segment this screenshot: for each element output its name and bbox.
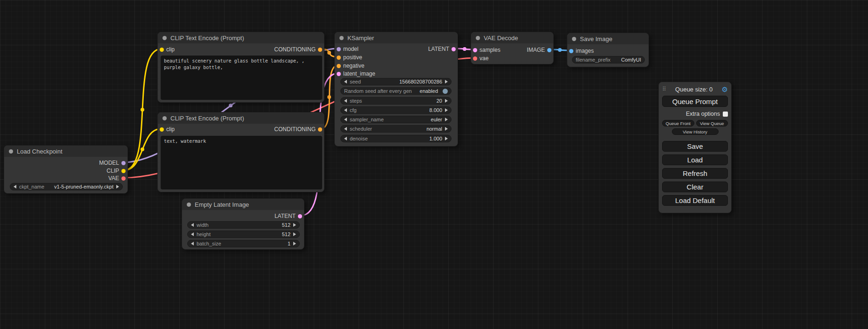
image-port-dot[interactable] <box>547 48 551 52</box>
widget-random-seed[interactable]: Random seed after every gen enabled <box>340 87 452 95</box>
latent-port-dot[interactable] <box>473 48 477 52</box>
collapse-dot-icon[interactable] <box>162 36 167 40</box>
increment-arrow-icon[interactable] <box>293 242 296 245</box>
widget-cfg[interactable]: cfg 8.000 <box>340 106 452 114</box>
widget-denoise[interactable]: denoise 1.000 <box>340 135 452 142</box>
conditioning-port-dot[interactable] <box>337 64 341 68</box>
node-titlebar[interactable]: VAE Decode <box>471 32 553 43</box>
output-slot-vae[interactable]: VAE <box>108 175 126 182</box>
vae-port-dot[interactable] <box>473 56 477 61</box>
model-port-dot[interactable] <box>121 161 126 165</box>
node-graph-canvas[interactable]: Load Checkpoint MODEL CLIP VAE ckpt_name… <box>0 0 868 329</box>
conditioning-port-dot[interactable] <box>318 127 322 132</box>
input-slot-clip[interactable]: clip <box>160 126 175 133</box>
clip-port-dot[interactable] <box>160 48 164 52</box>
node-save-image[interactable]: Save Image images filename_prefix ComfyU… <box>567 33 649 67</box>
collapse-dot-icon[interactable] <box>187 203 191 207</box>
increment-arrow-icon[interactable] <box>445 137 448 140</box>
widget-filename-prefix[interactable]: filename_prefix ComfyUI <box>572 56 645 63</box>
node-titlebar[interactable]: KSampler <box>335 32 458 43</box>
node-titlebar[interactable]: CLIP Text Encode (Prompt) <box>158 112 324 124</box>
increment-arrow-icon[interactable] <box>445 108 448 112</box>
input-slot-latent-image[interactable]: latent_image <box>337 70 375 77</box>
node-ksampler[interactable]: KSampler model positive negative latent_… <box>334 32 458 147</box>
view-queue-button[interactable]: View Queue <box>696 120 728 126</box>
output-slot-model[interactable]: MODEL <box>99 160 126 166</box>
latent-port-dot[interactable] <box>298 214 302 218</box>
collapse-dot-icon[interactable] <box>476 36 480 40</box>
queue-front-button[interactable]: Queue Front <box>662 120 694 126</box>
decrement-arrow-icon[interactable] <box>344 80 347 84</box>
widget-width[interactable]: width 512 <box>187 221 300 229</box>
widget-seed[interactable]: seed 156680208700286 <box>340 78 452 85</box>
image-port-dot[interactable] <box>569 49 573 53</box>
input-slot-positive[interactable]: positive <box>337 54 362 61</box>
widget-sampler-name[interactable]: sampler_name euler <box>340 116 452 123</box>
increment-arrow-icon[interactable] <box>293 232 296 236</box>
output-slot-conditioning[interactable]: CONDITIONING <box>274 126 322 133</box>
drag-handle-icon[interactable]: ⠿ <box>662 86 666 92</box>
toggle-knob[interactable] <box>443 89 448 94</box>
load-default-button[interactable]: Load Default <box>662 195 728 206</box>
input-slot-model[interactable]: model <box>337 46 359 52</box>
clear-button[interactable]: Clear <box>662 182 728 192</box>
negative-prompt-textarea[interactable]: text, watermark <box>161 136 322 189</box>
input-slot-vae[interactable]: vae <box>473 55 488 62</box>
node-titlebar[interactable]: CLIP Text Encode (Prompt) <box>158 32 324 43</box>
collapse-dot-icon[interactable] <box>9 149 13 154</box>
load-button[interactable]: Load <box>662 154 728 165</box>
node-titlebar[interactable]: Save Image <box>567 33 649 44</box>
clip-port-dot[interactable] <box>160 127 164 132</box>
decrement-arrow-icon[interactable] <box>344 108 347 112</box>
node-clip-text-encode-negative[interactable]: CLIP Text Encode (Prompt) clip CONDITION… <box>157 112 325 192</box>
refresh-button[interactable]: Refresh <box>662 168 728 179</box>
decrement-arrow-icon[interactable] <box>191 232 194 236</box>
increment-arrow-icon[interactable] <box>445 80 448 84</box>
decrement-arrow-icon[interactable] <box>344 127 347 131</box>
output-slot-latent[interactable]: LATENT <box>275 213 302 219</box>
input-slot-samples[interactable]: samples <box>473 47 501 53</box>
queue-prompt-button[interactable]: Queue Prompt <box>662 96 728 107</box>
node-clip-text-encode-positive[interactable]: CLIP Text Encode (Prompt) clip CONDITION… <box>157 32 325 103</box>
save-button[interactable]: Save <box>662 141 728 152</box>
collapse-dot-icon[interactable] <box>572 37 576 41</box>
input-slot-images[interactable]: images <box>569 48 594 54</box>
decrement-arrow-icon[interactable] <box>191 242 194 245</box>
decrement-arrow-icon[interactable] <box>344 118 347 121</box>
node-vae-decode[interactable]: VAE Decode samples vae IMAGE <box>471 32 554 64</box>
increment-arrow-icon[interactable] <box>445 99 448 103</box>
positive-prompt-textarea[interactable]: beautiful scenery nature glass bottle la… <box>161 56 322 100</box>
widget-ckpt-name[interactable]: ckpt_name v1-5-pruned-emaonly.ckpt <box>10 183 123 190</box>
increment-arrow-icon[interactable] <box>116 185 119 189</box>
decrement-arrow-icon[interactable] <box>344 99 347 103</box>
widget-height[interactable]: height 512 <box>187 231 300 238</box>
increment-arrow-icon[interactable] <box>445 118 448 121</box>
extra-options-checkbox[interactable] <box>723 112 728 117</box>
increment-arrow-icon[interactable] <box>293 223 296 227</box>
conditioning-port-dot[interactable] <box>318 48 322 52</box>
decrement-arrow-icon[interactable] <box>344 137 347 140</box>
latent-port-dot[interactable] <box>452 47 456 51</box>
input-slot-negative[interactable]: negative <box>337 63 364 69</box>
output-slot-conditioning[interactable]: CONDITIONING <box>274 46 322 53</box>
settings-gear-icon[interactable]: ⚙ <box>722 86 728 93</box>
latent-port-dot[interactable] <box>337 72 341 76</box>
conditioning-port-dot[interactable] <box>337 56 341 60</box>
widget-scheduler[interactable]: scheduler normal <box>340 125 452 133</box>
node-empty-latent-image[interactable]: Empty Latent Image LATENT width 512 heig… <box>182 198 304 250</box>
node-load-checkpoint[interactable]: Load Checkpoint MODEL CLIP VAE ckpt_name… <box>4 145 128 194</box>
collapse-dot-icon[interactable] <box>339 36 344 40</box>
view-history-button[interactable]: View History <box>672 128 719 135</box>
output-slot-clip[interactable]: CLIP <box>106 168 126 174</box>
output-slot-image[interactable]: IMAGE <box>527 47 551 53</box>
widget-steps[interactable]: steps 20 <box>340 97 452 105</box>
output-slot-latent[interactable]: LATENT <box>428 46 456 52</box>
model-port-dot[interactable] <box>337 47 341 51</box>
vae-port-dot[interactable] <box>121 176 126 181</box>
increment-arrow-icon[interactable] <box>445 127 448 131</box>
node-titlebar[interactable]: Empty Latent Image <box>182 199 304 210</box>
node-titlebar[interactable]: Load Checkpoint <box>4 146 127 157</box>
decrement-arrow-icon[interactable] <box>14 185 16 189</box>
clip-port-dot[interactable] <box>121 169 126 173</box>
input-slot-clip[interactable]: clip <box>160 46 175 53</box>
